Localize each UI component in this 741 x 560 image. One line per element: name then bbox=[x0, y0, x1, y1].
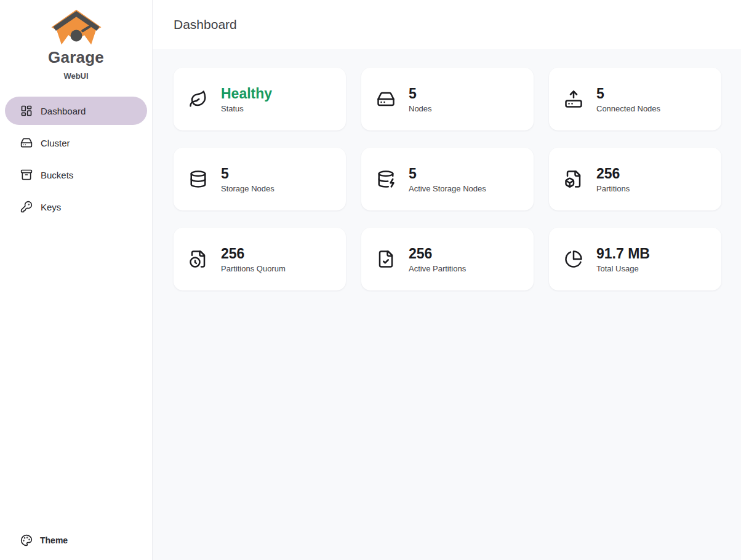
database-zap-icon bbox=[377, 170, 395, 188]
stat-card-active-partitions: 256Active Partitions bbox=[361, 228, 534, 290]
page-header: Dashboard bbox=[153, 0, 741, 49]
sidebar-item-label: Dashboard bbox=[41, 106, 86, 116]
stat-card-text: 5Connected Nodes bbox=[596, 85, 660, 113]
stat-card-text: 5Nodes bbox=[409, 85, 432, 113]
hard-drive-icon bbox=[20, 137, 33, 149]
stat-label: Connected Nodes bbox=[596, 104, 660, 113]
stat-value: Healthy bbox=[221, 85, 272, 103]
stat-label: Active Storage Nodes bbox=[409, 184, 486, 193]
logo: Garage WebUI bbox=[0, 0, 152, 81]
logo-title: Garage bbox=[48, 48, 104, 67]
stat-card-text: 256Active Partitions bbox=[409, 245, 466, 273]
stat-card-text: 256Partitions Quorum bbox=[221, 245, 286, 273]
stat-card-text: 256Partitions bbox=[596, 165, 630, 193]
stat-value: 91.7 MB bbox=[596, 245, 650, 263]
stat-label: Partitions bbox=[596, 184, 630, 193]
stat-card-partitions: 256Partitions bbox=[549, 148, 721, 210]
theme-label: Theme bbox=[40, 535, 68, 545]
sidebar: Garage WebUI DashboardClusterBucketsKeys… bbox=[0, 0, 153, 560]
database-icon bbox=[189, 170, 207, 188]
sidebar-nav: DashboardClusterBucketsKeys bbox=[0, 97, 152, 221]
sidebar-item-dashboard[interactable]: Dashboard bbox=[5, 97, 147, 125]
key-round-icon bbox=[20, 201, 33, 213]
sidebar-item-cluster[interactable]: Cluster bbox=[5, 129, 147, 157]
theme-button[interactable]: Theme bbox=[0, 528, 152, 553]
stat-card-nodes: 5Nodes bbox=[361, 68, 534, 130]
sidebar-item-buckets[interactable]: Buckets bbox=[5, 161, 147, 189]
file-clock-icon bbox=[189, 250, 207, 268]
stat-card-active-storage-nodes: 5Active Storage Nodes bbox=[361, 148, 534, 210]
pie-chart-icon bbox=[564, 250, 583, 268]
stat-card-text: 5Active Storage Nodes bbox=[409, 165, 486, 193]
stat-label: Storage Nodes bbox=[221, 184, 274, 193]
sidebar-item-label: Buckets bbox=[41, 170, 73, 180]
archive-icon bbox=[20, 169, 33, 181]
content: HealthyStatus5Nodes5Connected Nodes5Stor… bbox=[153, 49, 741, 560]
stat-label: Status bbox=[221, 104, 272, 113]
stat-card-storage-nodes: 5Storage Nodes bbox=[174, 148, 346, 210]
stat-value: 5 bbox=[221, 165, 274, 183]
stat-value: 256 bbox=[409, 245, 466, 263]
stat-card-text: HealthyStatus bbox=[221, 85, 272, 113]
stat-card-text: 91.7 MBTotal Usage bbox=[596, 245, 650, 273]
stat-card-status: HealthyStatus bbox=[174, 68, 346, 130]
hard-drive-icon bbox=[377, 90, 395, 108]
stat-value: 5 bbox=[409, 85, 432, 103]
stat-value: 5 bbox=[409, 165, 486, 183]
palette-icon bbox=[20, 534, 33, 546]
logo-subtitle: WebUI bbox=[63, 71, 88, 81]
stats-grid: HealthyStatus5Nodes5Connected Nodes5Stor… bbox=[174, 68, 723, 290]
stat-label: Nodes bbox=[409, 104, 432, 113]
stat-value: 256 bbox=[221, 245, 286, 263]
page-title: Dashboard bbox=[174, 17, 237, 32]
sidebar-item-label: Cluster bbox=[41, 138, 70, 148]
stat-value: 256 bbox=[596, 165, 630, 183]
layout-dashboard-icon bbox=[20, 105, 33, 117]
stat-label: Total Usage bbox=[596, 264, 650, 273]
file-box-icon bbox=[564, 170, 583, 188]
stat-label: Partitions Quorum bbox=[221, 264, 286, 273]
main-area: Dashboard HealthyStatus5Nodes5Connected … bbox=[153, 0, 741, 560]
sidebar-item-keys[interactable]: Keys bbox=[5, 193, 147, 221]
stat-card-total-usage: 91.7 MBTotal Usage bbox=[549, 228, 721, 290]
stat-card-partitions-quorum: 256Partitions Quorum bbox=[174, 228, 346, 290]
hard-drive-upload-icon bbox=[564, 90, 583, 108]
leaf-icon bbox=[189, 90, 207, 108]
sidebar-item-label: Keys bbox=[41, 202, 61, 212]
stat-value: 5 bbox=[596, 85, 660, 103]
stat-card-connected-nodes: 5Connected Nodes bbox=[549, 68, 721, 130]
app-root: Garage WebUI DashboardClusterBucketsKeys… bbox=[0, 0, 741, 560]
stat-label: Active Partitions bbox=[409, 264, 466, 273]
garage-logo-icon bbox=[49, 9, 103, 47]
stat-card-text: 5Storage Nodes bbox=[221, 165, 274, 193]
file-check-icon bbox=[377, 250, 395, 268]
